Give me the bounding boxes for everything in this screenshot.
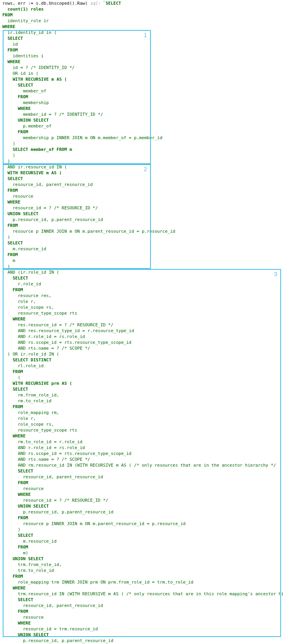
code-line[interactable]: member_id = ? /* IDENTITY_ID */ [2,112,283,118]
code-line[interactable]: ) [2,235,283,241]
code-line[interactable]: FROM [2,252,283,258]
code-line[interactable]: AND rs.scope_id = rts.resource_type_scop… [2,451,283,457]
code-line[interactable]: AND rs.scope_id = rts.resource_type_scop… [2,340,283,346]
code-line[interactable]: SELECT [2,36,283,42]
code-line[interactable]: rows, err := s.db.Unscoped().Raw( sql: `… [2,1,283,7]
code-line[interactable]: FROM [2,223,283,229]
code-line[interactable]: resource_type_scope rts [2,311,283,317]
code-line[interactable]: WITH RECURSIVE m AS ( [2,77,283,83]
code-line[interactable]: p.member_of [2,124,283,129]
code-line[interactable]: AND res.resource_type_id = r.resource_ty… [2,328,283,334]
code-line[interactable]: m [2,258,283,264]
code-line[interactable]: FROM [2,287,283,293]
code-line[interactable]: id = ? /* IDENTITY_ID */ [2,65,283,71]
code-line[interactable]: FROM [2,480,283,486]
code-line[interactable]: OR id in ( [2,71,283,77]
code-line[interactable]: ) [2,153,283,159]
code-line[interactable]: role_mapping trm INNER JOIN prm ON prm.f… [2,580,283,586]
code-line[interactable]: UNION SELECT [2,556,283,562]
code-line[interactable]: SELECT DISTINCT [2,357,283,363]
code-line[interactable]: ) [2,264,283,270]
code-line[interactable]: membership p INNER JOIN m ON m.member_of… [2,135,283,141]
code-line[interactable]: resource [2,486,283,492]
code-line[interactable]: rl.role_id [2,363,283,369]
code-line[interactable]: SELECT [2,241,283,246]
code-line[interactable]: WITH RECURSIVE m AS ( [2,170,283,176]
code-line[interactable]: identities i [2,53,283,59]
code-line[interactable]: identity_role ir [2,18,283,24]
code-line[interactable]: FROM [2,369,283,375]
code-line[interactable]: ir.identity_id in ( [2,30,283,36]
code-line[interactable]: WHERE [2,317,283,322]
code-line[interactable]: AND (ir.role_id IN ( [2,270,283,276]
code-line[interactable]: role_scope rs, [2,422,283,428]
code-line[interactable]: m) [2,550,283,556]
code-line[interactable]: UNION SELECT [2,504,283,510]
code-line[interactable]: WHERE [2,433,283,439]
code-line[interactable]: rm.from_role_id, [2,393,283,398]
code-line[interactable]: id [2,42,283,48]
code-line[interactable]: FROM [2,404,283,410]
code-line[interactable]: WHERE [2,24,283,30]
code-line[interactable]: role_scope rs, [2,305,283,311]
code-line[interactable]: WITH RECURSIVE prm AS ( [2,381,283,387]
code-line[interactable]: resource_id = ? /* RESOURCE_ID */ [2,498,283,504]
code-line[interactable]: resource_id, parent_resource_id [2,474,283,480]
code-line[interactable]: SELECT [2,469,283,474]
code-line[interactable]: trm.resource_id IN (WITH RECURSIVE m AS … [2,591,283,597]
code-line[interactable]: m.resource_id [2,539,283,545]
code-line[interactable]: p.resource_id, p.parent_resource_id [2,217,283,223]
code-line[interactable]: FROM [2,48,283,53]
code-line[interactable]: WHERE [2,59,283,65]
code-line[interactable]: resource_id = ? /* RESOURCE_ID */ [2,205,283,211]
code-line[interactable]: FROM [2,574,283,580]
code-line[interactable]: UNION SELECT [2,118,283,124]
code-line[interactable]: role r, [2,299,283,305]
code-line[interactable]: SELECT [2,83,283,88]
code-line[interactable]: resource_id, parent_resource_id [2,182,283,188]
code-line[interactable]: FROM [2,94,283,100]
code-line[interactable]: AND r.role_id = rs.role_id [2,334,283,340]
code-line[interactable]: AND rts.name = ? /* SCOPE */ [2,346,283,352]
code-line[interactable]: count(1) roles [2,7,283,12]
code-line[interactable]: ) [2,527,283,533]
code-line[interactable]: r.role_id [2,281,283,287]
code-line[interactable]: SELECT [2,533,283,539]
code-line[interactable]: WHERE [2,106,283,112]
code-line[interactable]: m.resource_id [2,246,283,252]
code-line[interactable]: AND r.role_id = rs.role_id [2,445,283,451]
code-line[interactable]: member_of [2,88,283,94]
code-line[interactable]: resource [2,194,283,200]
code-line[interactable]: resource_id, parent_resource_id [2,603,283,609]
code-line[interactable]: WHERE [2,586,283,591]
code-line[interactable]: ) [2,159,283,165]
code-line[interactable]: resource p INNER JOIN m ON m.parent_reso… [2,229,283,235]
code-line[interactable]: trm.to_role_id [2,568,283,574]
code-line[interactable]: trm.from_role_id, [2,562,283,568]
code-line[interactable]: p.resource_id, p.parent_resource_id [2,638,283,644]
code-line[interactable]: resource_type_scope rts [2,428,283,433]
code-line[interactable]: WHERE [2,621,283,626]
code-line[interactable]: res.resource_id = ? /* RESOURCE_ID */ [2,322,283,328]
code-line[interactable]: membership [2,100,283,106]
code-line[interactable]: AND ir.resource_id IN ( [2,165,283,170]
code-line[interactable]: resource [2,615,283,621]
code-line[interactable]: WHERE [2,492,283,498]
code-line[interactable]: ) OR ir.role_id IN ( [2,352,283,357]
code-line[interactable]: WHERE [2,200,283,205]
code-line[interactable]: FROM [2,515,283,521]
code-line[interactable]: SELECT [2,387,283,393]
code-line[interactable]: UNION SELECT [2,211,283,217]
code-line[interactable]: FROM [2,609,283,615]
code-line[interactable]: AND rts.name = ? /* SCOPE */ [2,457,283,463]
code-line[interactable]: FROM [2,12,283,18]
code-line[interactable]: resource p INNER JOIN m ON m.parent_reso… [2,521,283,527]
code-line[interactable]: rm.to_role_id [2,398,283,404]
code-line[interactable]: AND rm.resource_id IN (WITH RECURSIVE m … [2,463,283,469]
code-line[interactable]: SELECT [2,276,283,281]
code-line[interactable]: role_mapping rm, [2,410,283,416]
code-line[interactable]: UNION SELECT [2,632,283,638]
code-line[interactable]: SELECT [2,597,283,603]
code-line[interactable]: SELECT [2,176,283,182]
code-line[interactable]: rm.to_role_id = r.role_id [2,439,283,445]
